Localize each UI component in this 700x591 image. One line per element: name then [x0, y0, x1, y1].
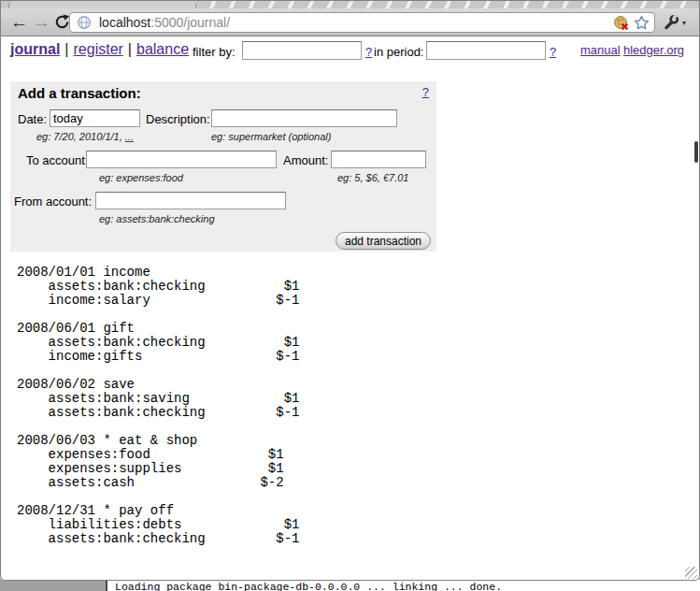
description-input[interactable]: [211, 109, 397, 127]
browser-tab[interactable]: [8, 1, 196, 8]
address-bar[interactable]: localhost:5000/journal/: [69, 12, 655, 33]
form-help-link[interactable]: ?: [422, 85, 429, 99]
to-account-label: To account:: [26, 153, 89, 167]
journal-text: 2008/01/01 income assets:bank:checking $…: [17, 266, 299, 546]
filter-help-link[interactable]: ?: [365, 45, 372, 59]
date-hint-more-link[interactable]: ...: [125, 131, 134, 142]
wrench-menu-icon[interactable]: ▾: [663, 14, 686, 31]
from-account-input[interactable]: [95, 192, 286, 209]
date-hint: eg: 7/20, 2010/1/1, ...: [36, 131, 134, 142]
nav-link-balance[interactable]: balance: [136, 41, 189, 57]
screen: Loading package bin-package-db-0.0.0.0 .…: [0, 0, 700, 591]
nav-separator: |: [128, 41, 132, 57]
filter-by-label: filter by:: [193, 45, 236, 59]
forward-icon[interactable]: →: [33, 9, 50, 36]
to-account-input[interactable]: [86, 151, 277, 168]
amount-label: Amount:: [283, 153, 328, 167]
amount-input[interactable]: [331, 151, 426, 168]
globe-icon: [77, 15, 92, 30]
description-label: Description:: [146, 112, 210, 126]
add-transaction-form: Add a transaction: ? Date: Description: …: [10, 81, 436, 252]
tab-strip: [1, 1, 699, 8]
desktop-background-strip: Loading package bin-package-db-0.0.0.0 .…: [0, 580, 700, 591]
hledger-org-link[interactable]: hledger.org: [623, 43, 684, 57]
hledger-navbar: journal|register|balance filter by: ? in…: [1, 36, 699, 74]
hledger-page: journal|register|balance filter by: ? in…: [1, 36, 699, 581]
description-hint: eg: supermarket (optional): [211, 131, 331, 142]
nav-separator: |: [64, 41, 68, 57]
period-input[interactable]: [426, 41, 546, 60]
date-hint-text: eg: 7/20, 2010/1/1,: [36, 131, 125, 142]
amount-hint: eg: 5, $6, €7.01: [337, 172, 408, 183]
url-host: localhost: [99, 15, 150, 30]
from-account-hint: eg: assets:bank:checking: [99, 213, 215, 224]
browser-window: ← → localhost:5000/journal/: [0, 0, 700, 581]
terminal-output: Loading package bin-package-db-0.0.0.0 .…: [115, 581, 502, 591]
form-title: Add a transaction:: [18, 85, 141, 101]
bookmark-star-icon[interactable]: [634, 15, 650, 31]
report-links: journal|register|balance: [10, 41, 189, 58]
nav-link-journal[interactable]: journal: [10, 41, 60, 57]
window-resize-grip[interactable]: [685, 567, 697, 579]
browser-toolbar: ← → localhost:5000/journal/: [1, 8, 699, 36]
menu-dropdown-arrow-icon: ▾: [682, 19, 686, 27]
date-label: Date:: [18, 112, 47, 126]
nav-link-register[interactable]: register: [74, 41, 123, 57]
to-account-hint: eg: expenses:food: [99, 172, 183, 183]
back-icon[interactable]: ←: [10, 9, 28, 36]
from-account-label: From account:: [14, 195, 92, 209]
period-help-link[interactable]: ?: [550, 45, 556, 59]
reload-icon[interactable]: [54, 14, 70, 34]
add-transaction-button[interactable]: add transaction: [336, 232, 431, 250]
date-input[interactable]: [50, 109, 140, 127]
scrollbar-thumb[interactable]: [694, 141, 698, 163]
cookie-blocked-icon[interactable]: [613, 15, 629, 31]
in-period-label: in period:: [374, 45, 423, 59]
manual-link[interactable]: manual: [580, 43, 621, 57]
url-text[interactable]: localhost:5000/journal/: [99, 15, 613, 30]
terminal-window-peek: Loading package bin-package-db-0.0.0.0 .…: [106, 580, 700, 591]
url-path: :5000/journal/: [150, 15, 230, 30]
filter-input[interactable]: [242, 41, 362, 60]
